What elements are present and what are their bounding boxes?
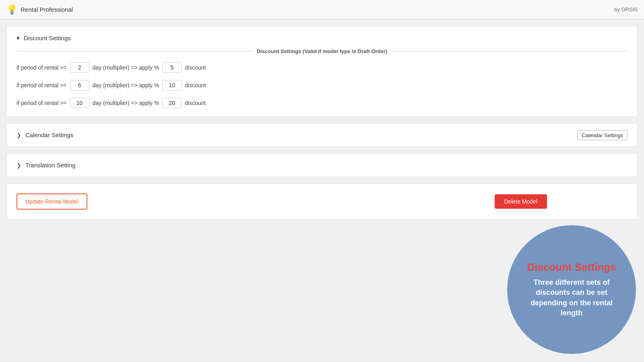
tooltip-title: Discount Settings <box>527 261 616 274</box>
translation-card-title: Translation Setting <box>25 162 76 169</box>
discount-card-header[interactable]: ▾ Discount Settings <box>17 34 627 42</box>
tooltip-bubble: Discount Settings Three different sets o… <box>507 225 636 354</box>
discount-row-3-percent-input[interactable] <box>162 98 182 108</box>
discount-row-2-suffix: discount <box>185 82 206 88</box>
delete-model-button[interactable]: Delete Model <box>495 194 547 209</box>
discount-row-3-suffix: discount <box>185 100 206 106</box>
discount-row-2-prefix: if period of rental >= <box>17 82 67 88</box>
discount-row-2-percent-input[interactable] <box>162 80 182 90</box>
discount-row-3-prefix: if period of rental >= <box>17 100 67 106</box>
discount-row-2-mid: day (multiplier) => apply % <box>93 82 159 88</box>
calendar-card-title: Calendar Settings <box>25 132 73 138</box>
discount-row-1-prefix: if period of rental >= <box>17 64 67 71</box>
update-rental-model-button[interactable]: Update Rental Model <box>17 193 87 210</box>
discount-row-1: if period of rental >= day (multiplier) … <box>17 62 627 73</box>
calendar-settings-card: ❯ Calendar Settings Calendar Settings <box>6 123 638 147</box>
action-card: Update Rental Model Delete Model <box>6 183 638 220</box>
app-logo: 💡 <box>6 4 17 15</box>
app-header: 💡 Rental Professional by ORSIS <box>0 0 644 19</box>
app-title: Rental Professional <box>21 6 73 13</box>
calendar-settings-button[interactable]: Calendar Settings <box>577 130 627 140</box>
discount-section-divider: Discount Settings (Valid if model type i… <box>17 48 627 54</box>
discount-chevron-icon: ▾ <box>17 34 20 42</box>
discount-row-2-days-input[interactable] <box>70 80 89 90</box>
translation-chevron-icon: ❯ <box>17 162 21 169</box>
discount-row-1-mid: day (multiplier) => apply % <box>93 64 159 71</box>
calendar-card-header[interactable]: ❯ Calendar Settings <box>17 132 627 138</box>
discount-row-1-suffix: discount <box>185 64 206 71</box>
discount-row-2: if period of rental >= day (multiplier) … <box>17 80 627 90</box>
discount-row-3: if period of rental >= day (multiplier) … <box>17 98 627 108</box>
discount-settings-card: ▾ Discount Settings Discount Settings (V… <box>6 26 638 117</box>
header-by: by ORSIS <box>614 6 638 12</box>
translation-card-header[interactable]: ❯ Translation Setting <box>17 162 627 169</box>
calendar-chevron-icon: ❯ <box>17 132 21 138</box>
discount-row-1-days-input[interactable] <box>70 62 89 73</box>
header-left: 💡 Rental Professional <box>6 4 73 15</box>
discount-row-3-mid: day (multiplier) => apply % <box>93 100 159 106</box>
tooltip-body: Three different sets of discounts can be… <box>523 278 620 318</box>
main-content: ▾ Discount Settings Discount Settings (V… <box>0 19 644 226</box>
discount-row-3-days-input[interactable] <box>70 98 89 108</box>
translation-settings-card: ❯ Translation Setting <box>6 153 638 177</box>
discount-card-title: Discount Settings <box>24 35 71 41</box>
discount-row-1-percent-input[interactable] <box>162 62 182 73</box>
